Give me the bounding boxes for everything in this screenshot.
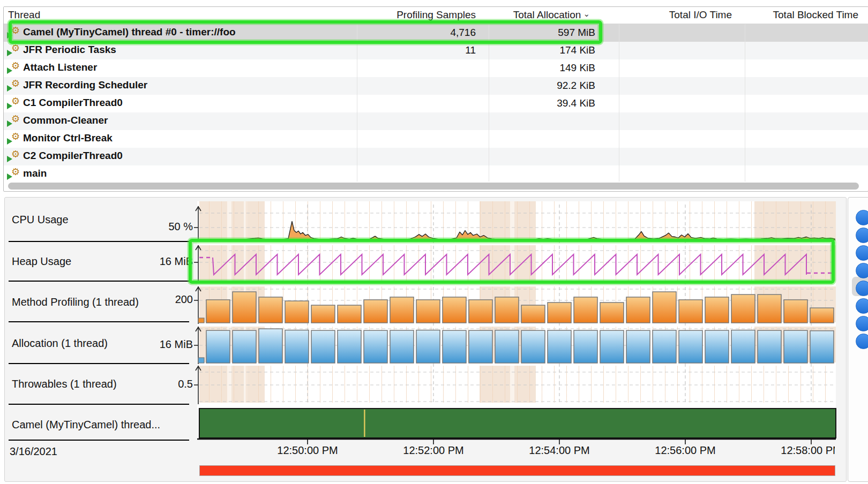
lane-divider [9,281,189,282]
column-header-total-allocation-label: Total Allocation [513,9,581,20]
thread-icon: ⚙ [8,80,21,92]
thread-name: C1 CompilerThread0 [23,97,123,109]
cell-total-allocation: 39.4 KiB [481,97,595,109]
table-row[interactable]: ⚙JFR Periodic Tasks11174 KiB [4,42,868,59]
gear-icon: ⚙ [11,78,20,89]
time-axis-labels: 12:50:00 PM12:52:00 PM12:54:00 PM12:56:0… [197,444,835,460]
lane-divider [9,321,189,322]
toolbar-button-5[interactable] [856,298,868,314]
thread-icon: ⚙ [8,168,21,180]
expand-triangle-icon[interactable] [7,85,12,92]
lane-gap [197,322,836,327]
thread-name: JFR Recording Scheduler [23,79,147,91]
time-tick-label: 12:50:00 PM [277,444,338,457]
thread-icon: ⚙ [8,62,21,74]
thread-name: C2 CompilerThread0 [23,150,123,162]
cell-total-allocation: 174 KiB [481,44,595,56]
table-horizontal-scrollbar[interactable] [8,183,859,190]
lane-gap [197,403,836,409]
expand-triangle-icon[interactable] [7,120,12,127]
lane-label-thread-band: Camel (MyTinyCamel) thread... [12,419,160,431]
lane-label-0: CPU Usage [12,214,69,226]
expand-triangle-icon[interactable] [7,173,12,180]
expand-triangle-icon[interactable] [7,156,12,162]
plot-gridlines-minor [197,201,836,405]
thread-icon: ⚙ [8,150,21,162]
column-header-profiling-samples[interactable]: Profiling Samples [349,9,476,21]
column-divider [619,24,619,182]
column-divider [745,24,745,182]
annotation-highlight-heap-lane [189,239,835,284]
thread-name: JFR Periodic Tasks [23,44,116,56]
column-header-total-allocation[interactable]: Total Allocation⌄ [481,9,590,21]
lane-gap [197,362,836,366]
annotation-highlight-selected-row [9,20,602,44]
date-label: 3/16/2021 [10,445,57,458]
gear-icon: ⚙ [11,95,20,107]
thread-name: main [23,168,47,179]
toolbar-button-3[interactable] [856,263,868,278]
lane-label-1: Heap Usage [12,255,71,268]
lane-tick-label-2: 200 [118,293,193,306]
time-tick-label: 12:56:00 PM [655,444,715,457]
thread-icon: ⚙ [8,133,21,145]
time-tick-label: 12:54:00 PM [529,444,589,457]
gear-icon: ⚙ [11,166,20,178]
table-row[interactable]: ⚙main [4,165,868,183]
toolbar-button-1[interactable] [856,228,868,243]
cell-total-allocation: 92.2 KiB [481,80,595,92]
expand-triangle-icon[interactable] [7,138,12,145]
time-tick-label: 12:58:00 PM [781,444,835,457]
lane-divider [9,241,189,242]
toolbar-button-2[interactable] [856,245,868,261]
table-row[interactable]: ⚙C1 CompilerThread039.4 KiB [4,95,868,112]
lane-divider [9,363,189,364]
thread-icon: ⚙ [8,44,21,56]
expand-triangle-icon[interactable] [7,50,12,56]
column-header-total-io-time[interactable]: Total I/O Time [611,9,732,21]
column-divider [357,24,357,182]
gear-icon: ⚙ [11,113,20,125]
lane-tick-label-3: 16 MiB [118,338,193,351]
toolbar-button-4[interactable] [856,281,868,296]
expand-triangle-icon[interactable] [7,67,12,74]
toolbar-button-6[interactable] [856,316,868,331]
table-row[interactable]: ⚙JFR Recording Scheduler92.2 KiB [4,77,868,95]
toolbar-button-7[interactable] [856,334,868,349]
timeline-range-selector[interactable] [199,465,835,476]
table-row[interactable]: ⚙Attach Listener149 KiB [4,59,868,77]
thread-name: Monitor Ctrl-Break [23,132,113,144]
thread-icon: ⚙ [8,115,21,127]
lane-tick-label-1: 16 MiB [118,255,193,268]
cell-profiling-samples: 11 [349,44,476,56]
gear-icon: ⚙ [11,148,20,160]
gear-icon: ⚙ [11,60,20,72]
profiler-window: Thread Profiling Samples Total Allocatio… [0,0,868,484]
lane-divider [9,404,189,405]
table-row[interactable]: ⚙C2 CompilerThread0 [4,148,868,165]
column-header-thread[interactable]: Thread [8,9,40,21]
expand-triangle-icon[interactable] [7,103,12,109]
column-divider [489,24,489,182]
thread-name: Common-Cleaner [23,115,108,126]
column-header-total-blocked-time[interactable]: Total Blocked Time [737,9,858,21]
thread-name: Attach Listener [23,62,97,73]
lane-label-3: Allocation (1 thread) [12,337,108,350]
thread-icon: ⚙ [8,97,21,109]
gear-icon: ⚙ [11,131,20,142]
lane-tick-label-0: 50 % [118,221,193,233]
lane-tick-label-4: 0.5 [118,378,193,390]
lane-label-4: Throwables (1 thread) [12,378,117,390]
table-row[interactable]: ⚙Common-Cleaner [4,112,868,130]
lane-divider [9,440,189,441]
table-row[interactable]: ⚙Monitor Ctrl-Break [4,130,868,148]
cell-total-allocation: 149 KiB [481,62,595,74]
gear-icon: ⚙ [11,42,20,54]
time-tick-label: 12:52:00 PM [403,444,463,457]
toolbar-button-0[interactable] [856,210,868,225]
sort-descending-icon: ⌄ [583,9,590,18]
